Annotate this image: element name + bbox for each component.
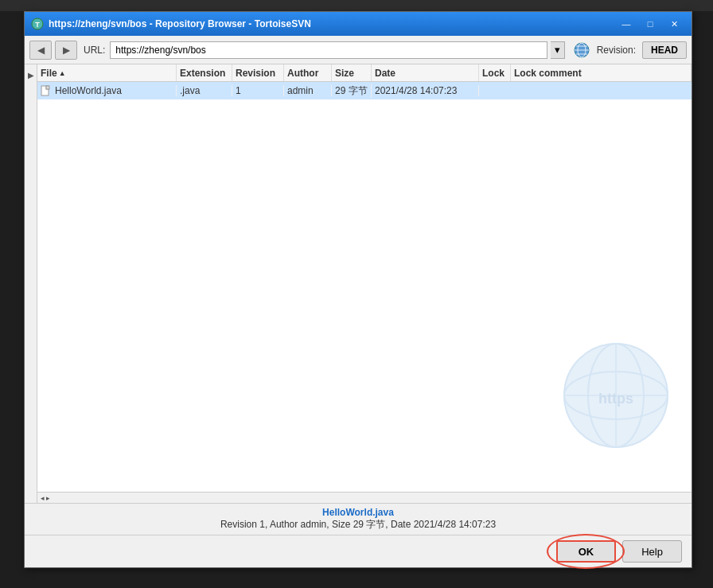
maximize-button[interactable]: □ (639, 16, 661, 32)
cell-file-name: HelloWorld.java (37, 85, 177, 96)
column-headers: File ▲ Extension Revision Author Size Da… (37, 64, 692, 82)
col-header-author[interactable]: Author (284, 64, 332, 81)
toolbar: ◀ ▶ URL: ▾ Revision: HEAD (25, 36, 692, 64)
status-bar: HelloWorld.java Revision 1, Author admin… (25, 503, 692, 535)
hscroll-left-icon[interactable]: ◂ (41, 494, 45, 502)
url-dropdown-button[interactable]: ▾ (551, 41, 565, 59)
main-window: T https://zheng/svn/bos - Repository Bro… (24, 11, 692, 568)
ok-button[interactable]: OK (556, 540, 616, 563)
revision-label: Revision: (597, 45, 636, 56)
cell-author: admin (284, 85, 332, 96)
svg-text:T: T (35, 21, 40, 29)
file-icon (41, 85, 52, 96)
svg-rect-8 (46, 86, 49, 89)
cell-date: 2021/4/28 14:07:23 (372, 85, 479, 96)
app-icon: T (31, 18, 44, 30)
table-row[interactable]: HelloWorld.java .java 1 admin 29 字节 2021… (37, 82, 692, 99)
url-input[interactable] (110, 41, 547, 59)
status-info: Revision 1, Author admin, Size 29 字节, Da… (220, 518, 496, 532)
forward-button[interactable]: ▶ (55, 41, 77, 60)
cell-extension: .java (177, 85, 232, 96)
left-panel: ▶ (25, 64, 37, 503)
title-bar: T https://zheng/svn/bos - Repository Bro… (25, 12, 692, 36)
sort-arrow-icon: ▲ (59, 69, 66, 77)
globe-icon (573, 41, 590, 59)
col-header-lock[interactable]: Lock (479, 64, 511, 81)
status-filename: HelloWorld.java (322, 507, 394, 518)
hscroll-bar: ◂ ▸ (37, 492, 692, 503)
minimize-button[interactable]: — (615, 16, 637, 32)
ide-background (0, 0, 25, 588)
button-bar: OK Help (25, 535, 692, 567)
col-header-file[interactable]: File ▲ (37, 64, 177, 81)
cell-size: 29 字节 (332, 84, 372, 98)
close-button[interactable]: ✕ (663, 16, 685, 32)
cell-revision: 1 (232, 85, 284, 96)
back-button[interactable]: ◀ (29, 41, 52, 60)
col-header-size[interactable]: Size (332, 64, 372, 81)
chevron-down-icon: ▾ (555, 44, 560, 56)
file-panel: File ▲ Extension Revision Author Size Da… (37, 64, 692, 503)
revision-button[interactable]: HEAD (642, 41, 687, 59)
content-area: ▶ File ▲ Extension Revision Author (25, 64, 692, 503)
hscroll-right-icon[interactable]: ▸ (46, 494, 50, 502)
url-label: URL: (84, 45, 105, 56)
help-button[interactable]: Help (622, 540, 682, 563)
hscroll-arrows: ◂ ▸ (41, 494, 50, 502)
col-header-date[interactable]: Date (372, 64, 479, 81)
window-title: https://zheng/svn/bos - Repository Brows… (49, 18, 615, 29)
ok-button-container: OK (556, 540, 616, 563)
window-controls: — □ ✕ (615, 16, 685, 32)
col-header-extension[interactable]: Extension (177, 64, 232, 81)
taskbar-bg (0, 0, 713, 11)
col-header-lock-comment[interactable]: Lock comment (511, 64, 692, 81)
expand-arrow-icon[interactable]: ▶ (28, 71, 34, 80)
file-list: HelloWorld.java .java 1 admin 29 字节 2021… (37, 82, 692, 492)
col-header-revision[interactable]: Revision (232, 64, 284, 81)
